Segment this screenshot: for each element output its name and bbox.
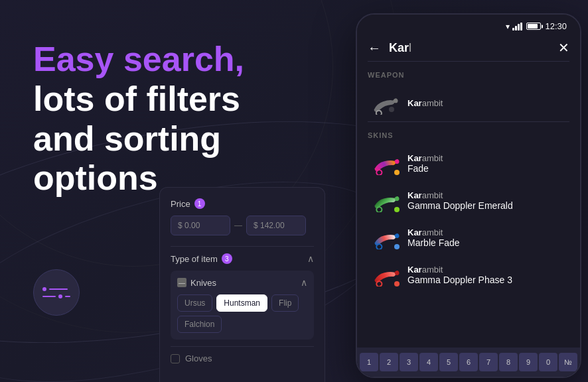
signal-bar-3: [518, 24, 520, 31]
search-bar: ← Karl ✕: [357, 34, 580, 61]
skin-gamma-image: [368, 188, 400, 212]
key-4[interactable]: 4: [419, 353, 438, 371]
knives-section: — Knives ∧ Ursus Huntsman Flip Falchion: [171, 271, 314, 340]
filter-icon-lines: [42, 287, 70, 298]
type-section: Type of item 3 ∧ — Knives ∧ Ursus Huntsm…: [171, 246, 314, 363]
key-1[interactable]: 1: [360, 353, 378, 371]
skin-marble-name: Marble Fade: [407, 237, 569, 248]
key-0[interactable]: 0: [539, 353, 557, 371]
skin-phase3-name: Gamma Doppler Phase 3: [407, 275, 569, 285]
signal-bar-2: [515, 26, 517, 31]
skin-fade-info: Karambit Fade: [407, 153, 569, 174]
weapon-item-info: Karambit: [407, 98, 569, 108]
skin-result-phase3[interactable]: Karambit Gamma Doppler Phase 3: [357, 256, 580, 293]
wifi-icon: ▾: [506, 22, 510, 31]
filter-bar-1: [49, 288, 68, 290]
filter-line-1: [42, 287, 70, 291]
knives-chevron-icon: ∧: [301, 277, 307, 288]
results-area[interactable]: WEAPON Karambit: [357, 62, 580, 348]
filter-line-2: [42, 294, 70, 298]
price-dash: —: [234, 221, 242, 230]
key-2[interactable]: 2: [380, 353, 398, 371]
skin-marble-image: [368, 225, 400, 249]
skin-fade-ambit: ambit: [422, 153, 443, 163]
type-badge: 3: [222, 253, 232, 264]
back-arrow-icon[interactable]: ←: [368, 40, 381, 56]
filter-bar-3: [65, 296, 70, 297]
phone-screen: ▾ 12:30 ← Karl ✕: [357, 15, 580, 377]
key-6[interactable]: 6: [459, 353, 478, 371]
type-header[interactable]: Type of item 3 ∧: [171, 246, 314, 271]
knives-label: Knives: [190, 278, 216, 288]
gloves-label: Gloves: [185, 353, 212, 363]
skin-marble-highlight: Kar: [407, 227, 422, 237]
key-num[interactable]: №: [559, 353, 577, 371]
skins-section-label: SKINS: [357, 122, 580, 145]
knife-tag-falchion[interactable]: Falchion: [177, 316, 222, 333]
weapon-kar-highlight: Kar: [407, 98, 422, 108]
skin-result-marble[interactable]: Karambit Marble Fade: [357, 219, 580, 256]
type-label: Type of item 3: [171, 253, 232, 264]
filter-bar-2: [42, 296, 56, 297]
battery-tip: [542, 25, 543, 28]
chevron-up-icon: ∧: [307, 253, 314, 264]
condition-dot-fade: [394, 170, 400, 175]
weapon-section-label: WEAPON: [357, 62, 580, 84]
signal-bar-1: [512, 28, 514, 31]
filter-panel: Price 1 $ 0.00 — $ 142.00 Type of item 3…: [159, 187, 325, 382]
gloves-checkbox[interactable]: [171, 354, 180, 363]
skin-fade-image: [368, 151, 400, 175]
price-label-row: Price 1: [171, 198, 314, 209]
price-label-text: Price: [171, 199, 190, 209]
skin-marble-info: Karambit Marble Fade: [407, 227, 569, 248]
knife-tag-ursus[interactable]: Ursus: [177, 294, 212, 312]
skin-phase3-ambit: ambit: [422, 265, 443, 275]
knives-icon: —: [177, 278, 186, 287]
price-to-input[interactable]: $ 142.00: [246, 216, 306, 235]
signal-icon: [512, 23, 522, 31]
skin-result-gamma[interactable]: Karambit Gamma Doppler Emerald: [357, 182, 580, 219]
price-inputs: $ 0.00 — $ 142.00: [171, 216, 314, 235]
filter-icon-circle[interactable]: [33, 269, 80, 316]
key-8[interactable]: 8: [499, 353, 518, 371]
key-9[interactable]: 9: [519, 353, 538, 371]
headline-line3: and sorting: [33, 119, 221, 158]
status-icons: ▾: [506, 22, 541, 31]
key-3[interactable]: 3: [400, 353, 418, 371]
headline-line2: lots of filters: [33, 80, 240, 118]
skin-phase3-kar: Karambit: [407, 265, 569, 275]
headline-purple: Easy search,: [33, 40, 244, 78]
key-5[interactable]: 5: [439, 353, 458, 371]
search-query[interactable]: Karl: [389, 41, 550, 55]
keyboard-row: 1 2 3 4 5 6 7 8 9 0 №: [357, 348, 580, 377]
skin-fade-name: Fade: [407, 163, 569, 174]
knife-tag-huntsman[interactable]: Huntsman: [216, 294, 267, 312]
condition-dot-marble: [394, 244, 400, 249]
price-badge: 1: [194, 198, 205, 209]
signal-bar-4: [520, 23, 522, 31]
knives-header: — Knives ∧: [177, 277, 307, 288]
weapon-item-name: Karambit: [407, 98, 569, 108]
gloves-row: Gloves: [171, 346, 314, 363]
close-search-icon[interactable]: ✕: [558, 40, 569, 56]
headline-line4: options: [33, 159, 158, 197]
skin-result-fade[interactable]: Karambit Fade: [357, 145, 580, 182]
key-7[interactable]: 7: [479, 353, 498, 371]
knives-left: — Knives: [177, 278, 216, 288]
status-bar: ▾ 12:30: [357, 15, 580, 34]
filter-dot-2: [58, 294, 62, 298]
skin-gamma-info: Karambit Gamma Doppler Emerald: [407, 190, 569, 211]
skin-phase3-highlight: Kar: [407, 265, 422, 275]
skin-gamma-name: Gamma Doppler Emerald: [407, 200, 569, 211]
knife-tag-flip[interactable]: Flip: [271, 294, 299, 312]
condition-dot-weapon: [389, 107, 394, 112]
skin-gamma-ambit: ambit: [422, 190, 443, 200]
battery-fill: [528, 24, 538, 29]
skin-gamma-kar: Karambit: [407, 190, 569, 200]
filter-dot-1: [42, 287, 46, 291]
price-from-input[interactable]: $ 0.00: [171, 216, 230, 235]
skin-fade-highlight: Kar: [407, 153, 422, 163]
weapon-result-item[interactable]: Karambit: [357, 84, 580, 121]
condition-dot-phase3: [394, 281, 400, 286]
karambit-weapon-icon: [368, 91, 400, 115]
